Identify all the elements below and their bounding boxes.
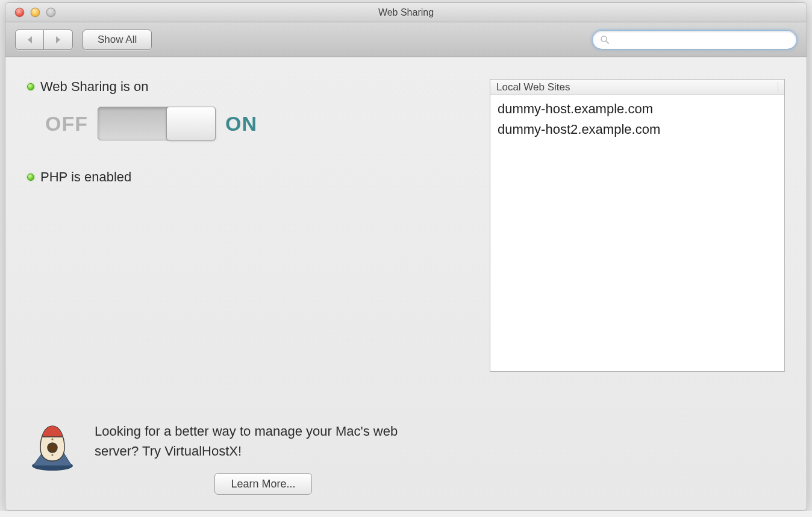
toggle-thumb xyxy=(166,107,216,140)
site-item[interactable]: dummy-host2.example.com xyxy=(490,119,784,140)
status-column: Web Sharing is on OFF ON PHP is enabled xyxy=(27,79,466,407)
learn-more-row: Learn More... xyxy=(95,473,432,495)
search-input[interactable] xyxy=(614,34,789,45)
local-sites-panel: Local Web Sites dummy-host.example.comdu… xyxy=(490,79,785,372)
content: Web Sharing is on OFF ON PHP is enabled … xyxy=(5,57,807,510)
php-status: PHP is enabled xyxy=(27,169,466,185)
back-icon xyxy=(25,35,34,45)
prefpane-window: Web Sharing Show All Web xyxy=(5,2,807,511)
toggle-on-label: ON xyxy=(225,112,257,136)
websharing-toggle-switch[interactable] xyxy=(98,107,216,140)
learn-more-button[interactable]: Learn More... xyxy=(214,473,311,495)
php-status-text: PHP is enabled xyxy=(40,169,131,185)
forward-button[interactable] xyxy=(44,30,73,50)
nav-buttons xyxy=(15,30,73,50)
promo-section: Looking for a better way to manage your … xyxy=(27,421,785,495)
svg-line-1 xyxy=(606,41,608,43)
status-indicator-icon xyxy=(27,174,34,181)
sites-column: Local Web Sites dummy-host.example.comdu… xyxy=(490,79,785,407)
virtualhostx-icon xyxy=(27,421,78,472)
back-button[interactable] xyxy=(15,30,44,50)
local-sites-list[interactable]: dummy-host.example.comdummy-host2.exampl… xyxy=(490,95,784,371)
show-all-button[interactable]: Show All xyxy=(83,30,152,50)
minimize-window-button[interactable] xyxy=(31,8,40,17)
search-field[interactable] xyxy=(592,30,797,49)
titlebar: Web Sharing xyxy=(5,3,807,22)
websharing-toggle-row: OFF ON xyxy=(45,107,466,140)
traffic-lights xyxy=(5,8,55,17)
svg-point-5 xyxy=(51,454,53,456)
websharing-status: Web Sharing is on xyxy=(27,79,466,95)
local-sites-header[interactable]: Local Web Sites xyxy=(490,80,784,95)
window-title: Web Sharing xyxy=(5,7,807,18)
zoom-window-button[interactable] xyxy=(46,8,55,17)
svg-point-3 xyxy=(48,443,57,453)
promo-text: Looking for a better way to manage your … xyxy=(95,421,432,461)
status-indicator-icon xyxy=(27,83,34,90)
toggle-off-label: OFF xyxy=(45,112,88,136)
websharing-status-text: Web Sharing is on xyxy=(40,79,148,95)
forward-icon xyxy=(54,35,63,45)
site-item[interactable]: dummy-host.example.com xyxy=(490,99,784,119)
learn-more-label: Learn More... xyxy=(231,478,295,490)
show-all-label: Show All xyxy=(98,34,137,46)
search-icon xyxy=(600,35,610,45)
close-window-button[interactable] xyxy=(15,8,24,17)
svg-point-4 xyxy=(51,438,53,440)
toolbar: Show All xyxy=(5,22,807,57)
